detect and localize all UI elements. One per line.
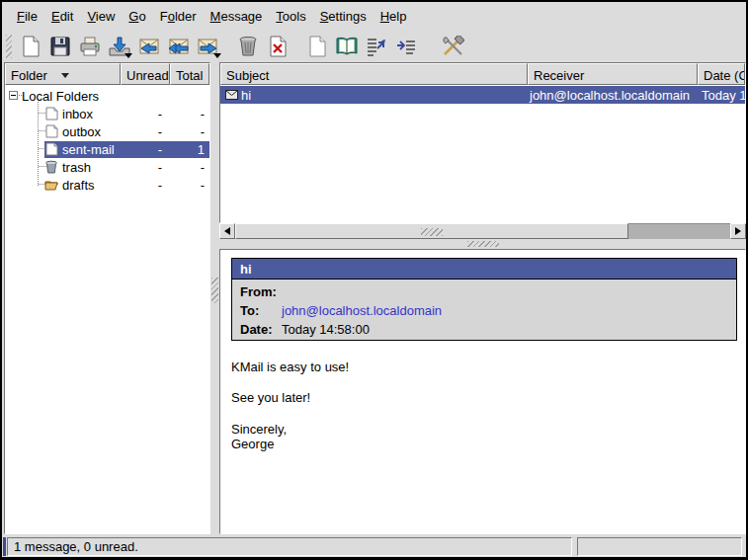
address-book-button[interactable] <box>333 33 360 59</box>
trash-folder-icon <box>44 160 59 174</box>
date-label: Date: <box>240 322 282 337</box>
toolbar <box>2 30 746 62</box>
delete-icon <box>267 36 289 57</box>
menu-folder[interactable]: Folder <box>153 6 204 27</box>
send-queued-button[interactable] <box>363 33 389 59</box>
menubar: File Edit View Go Folder Message Tools S… <box>2 2 746 30</box>
print-icon <box>79 36 101 57</box>
configure-button[interactable] <box>440 33 466 59</box>
arrow-left-icon <box>224 227 230 235</box>
status-message: 1 message, 0 unread. <box>7 537 572 556</box>
arrow-right-icon <box>735 227 741 235</box>
new-message-icon <box>20 36 42 57</box>
forward-dropdown-icon[interactable] <box>213 53 221 58</box>
new-message-button[interactable] <box>17 33 43 59</box>
subject-column-header[interactable]: Subject <box>220 63 528 85</box>
configure-icon <box>442 36 465 57</box>
trash-button[interactable] <box>234 33 261 59</box>
mail-folder-icon <box>44 124 59 138</box>
horizontal-scrollbar[interactable] <box>219 223 746 239</box>
from-label: From: <box>240 284 282 299</box>
menu-file[interactable]: File <box>10 6 44 27</box>
thumb-grip-icon <box>421 228 443 236</box>
check-mail-dropdown-icon[interactable] <box>125 53 132 58</box>
reply-all-button[interactable] <box>165 33 192 59</box>
menu-tools[interactable]: Tools <box>269 6 312 27</box>
reply-button[interactable] <box>135 33 162 59</box>
kmail-window: File Edit View Go Folder Message Tools S… <box>0 0 748 560</box>
check-mail-button[interactable] <box>106 33 132 59</box>
menu-message[interactable]: Message <box>204 6 270 27</box>
unread-column-header[interactable]: Unread <box>121 63 170 85</box>
sort-arrow-icon <box>61 73 69 78</box>
open-folder-icon <box>44 178 59 192</box>
delete-button[interactable] <box>264 33 291 59</box>
to-label: To: <box>240 303 282 318</box>
message-body: KMail is easy to use! See you later! Sin… <box>231 360 725 451</box>
statusbar-grip <box>3 537 6 556</box>
menu-settings[interactable]: Settings <box>313 6 374 27</box>
message-list-header: Subject Receiver Date (O <box>220 63 745 85</box>
message-row[interactable]: hi john@localhost.localdomain Today 14 <box>220 86 745 104</box>
save-icon <box>49 36 71 57</box>
date-column-header[interactable]: Date (O <box>698 63 745 85</box>
splitter-grip-icon <box>211 278 218 303</box>
message-preview-pane: hi From: To: john@localhost.localdomain … <box>219 249 746 534</box>
blank-page-icon <box>306 36 328 57</box>
folder-row-drafts[interactable]: drafts - - <box>5 176 209 194</box>
message-subject-title: hi <box>232 259 736 280</box>
total-column-header[interactable]: Total <box>170 63 209 85</box>
statusbar: 1 message, 0 unread. <box>2 536 746 557</box>
reply-icon <box>137 36 161 57</box>
print-button[interactable] <box>76 33 103 59</box>
from-row: From: <box>240 282 728 301</box>
date-row: Date: Today 14:58:00 <box>240 320 728 339</box>
scroll-left-button[interactable] <box>219 223 235 239</box>
date-value: Today 14:58:00 <box>282 322 370 337</box>
right-panel: Subject Receiver Date (O hi john@localho… <box>219 62 746 534</box>
menu-edit[interactable]: Edit <box>44 6 80 27</box>
to-row: To: john@localhost.localdomain <box>240 301 728 320</box>
folder-panel-header: Folder Unread Total <box>5 63 209 85</box>
message-header-box: hi From: To: john@localhost.localdomain … <box>231 258 737 341</box>
mail-folder-icon <box>44 142 59 156</box>
folder-row-sent-mail[interactable]: sent-mail - 1 <box>5 140 209 158</box>
folder-row-local-folders[interactable]: Local Folders <box>5 87 209 105</box>
menu-view[interactable]: View <box>80 6 122 27</box>
to-address-link[interactable]: john@localhost.localdomain <box>282 303 442 318</box>
status-secondary <box>577 537 742 556</box>
toolbar-drag-handle[interactable] <box>6 35 12 58</box>
receiver-column-header[interactable]: Receiver <box>528 63 698 85</box>
envelope-icon <box>225 90 238 100</box>
vertical-splitter[interactable] <box>210 62 219 534</box>
new-window-button[interactable] <box>303 33 330 59</box>
address-book-icon <box>335 36 359 57</box>
horizontal-splitter[interactable] <box>219 239 746 249</box>
scrollbar-thumb[interactable] <box>235 223 628 239</box>
mail-folder-icon <box>44 107 59 120</box>
folder-row-inbox[interactable]: inbox - - <box>5 105 209 122</box>
splitter-grip-icon <box>467 241 499 247</box>
folder-tree: Local Folders inbox - - outbox <box>5 85 209 533</box>
menu-help[interactable]: Help <box>374 6 414 27</box>
save-button[interactable] <box>46 33 73 59</box>
trash-icon <box>238 36 258 57</box>
forward-button[interactable] <box>195 33 221 59</box>
message-rows: hi john@localhost.localdomain Today 14 <box>220 86 745 225</box>
scrollbar-trough[interactable] <box>628 223 730 239</box>
apply-filters-button[interactable] <box>392 33 419 59</box>
reply-all-icon <box>167 36 191 57</box>
folder-row-outbox[interactable]: outbox - - <box>5 122 209 140</box>
scroll-right-button[interactable] <box>730 223 746 239</box>
apply-filters-icon <box>395 36 417 57</box>
menu-go[interactable]: Go <box>122 6 152 27</box>
folder-column-header[interactable]: Folder <box>5 63 121 85</box>
folder-row-trash[interactable]: trash - - <box>5 158 209 176</box>
folder-panel: Folder Unread Total Local Folders <box>4 62 210 534</box>
message-list: Subject Receiver Date (O hi john@localho… <box>219 62 746 223</box>
send-queued-icon <box>366 36 387 57</box>
